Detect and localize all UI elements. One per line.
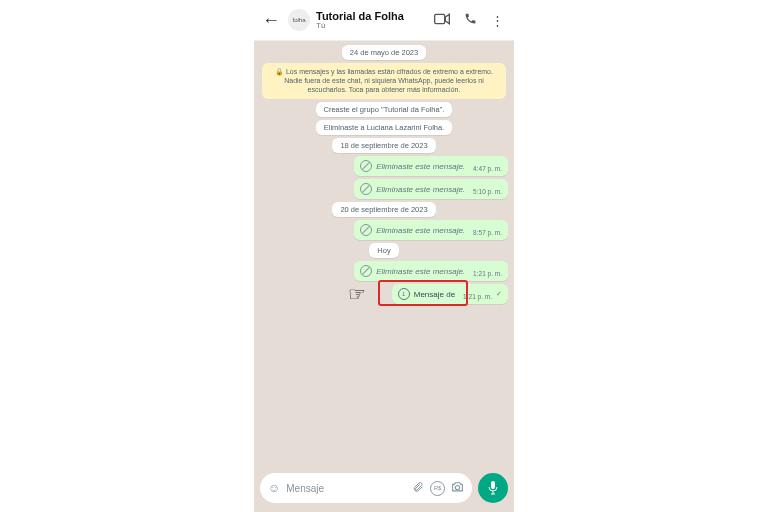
input-bar: ☺ Mensaje R$	[254, 464, 514, 512]
chat-title: Tutorial da Folha	[316, 10, 424, 22]
camera-icon[interactable]	[451, 481, 464, 495]
payment-icon[interactable]: R$	[430, 481, 445, 496]
message-time: 1:21 p. m.	[463, 293, 492, 300]
mic-button[interactable]	[478, 473, 508, 503]
annotation-pointing-hand-icon: ☞	[348, 282, 366, 306]
voice-call-icon[interactable]	[460, 12, 481, 28]
date-chip: 24 de mayo de 2023	[342, 45, 426, 60]
deleted-icon	[360, 224, 372, 236]
deleted-message-text: Eliminaste este mensaje.	[376, 226, 465, 235]
deleted-icon	[360, 265, 372, 277]
deleted-message-bubble[interactable]: Eliminaste este mensaje. 5:10 p. m.	[354, 179, 508, 199]
video-call-icon[interactable]	[430, 13, 454, 28]
encryption-notice[interactable]: 🔒 Los mensajes y las llamadas están cifr…	[262, 63, 506, 99]
deleted-icon	[360, 183, 372, 195]
message-time: 1:21 p. m.	[473, 270, 502, 277]
deleted-icon	[360, 160, 372, 172]
system-message-removed: Eliminaste a Luciana Lazarini Folha.	[316, 120, 452, 135]
svg-rect-0	[435, 14, 445, 23]
system-message-created: Creaste el grupo "Tutorial da Folha".	[316, 102, 453, 117]
date-chip: 20 de septiembre de 2023	[332, 202, 435, 217]
voice-message-label: Mensaje de	[414, 290, 455, 299]
deleted-message-text: Eliminaste este mensaje.	[376, 185, 465, 194]
date-chip-today: Hoy	[369, 243, 398, 258]
whatsapp-chat-screen: ← folha Tutorial da Folha Tú ⋮ 24 de may…	[254, 0, 514, 512]
attach-icon[interactable]	[412, 480, 424, 497]
sent-tick-icon: ✓	[496, 290, 502, 298]
message-row: Eliminaste este mensaje. 5:10 p. m.	[260, 179, 508, 199]
group-avatar[interactable]: folha	[288, 9, 310, 31]
chat-header: ← folha Tutorial da Folha Tú ⋮	[254, 0, 514, 41]
svg-rect-2	[491, 481, 495, 489]
deleted-message-text: Eliminaste este mensaje.	[376, 267, 465, 276]
deleted-message-bubble[interactable]: Eliminaste este mensaje. 8:57 p. m.	[354, 220, 508, 240]
message-row: 1 Mensaje de 1:21 p. m. ✓ ☞	[260, 284, 508, 304]
message-time: 5:10 p. m.	[473, 188, 502, 195]
message-row: Eliminaste este mensaje. 8:57 p. m.	[260, 220, 508, 240]
deleted-message-bubble[interactable]: Eliminaste este mensaje. 4:47 p. m.	[354, 156, 508, 176]
chat-body: 24 de mayo de 2023 🔒 Los mensajes y las …	[254, 41, 514, 464]
chat-subtitle: Tú	[316, 22, 424, 31]
message-row: Eliminaste este mensaje. 1:21 p. m.	[260, 261, 508, 281]
deleted-message-text: Eliminaste este mensaje.	[376, 162, 465, 171]
back-icon[interactable]: ←	[260, 8, 282, 33]
message-row: Eliminaste este mensaje. 4:47 p. m.	[260, 156, 508, 176]
svg-point-1	[455, 485, 459, 489]
play-once-icon: 1	[398, 288, 410, 300]
message-time: 4:47 p. m.	[473, 165, 502, 172]
more-options-icon[interactable]: ⋮	[487, 13, 508, 28]
date-chip: 18 de septiembre de 2023	[332, 138, 435, 153]
message-input-container[interactable]: ☺ Mensaje R$	[260, 473, 472, 503]
deleted-message-bubble[interactable]: Eliminaste este mensaje. 1:21 p. m.	[354, 261, 508, 281]
voice-message-bubble[interactable]: 1 Mensaje de 1:21 p. m. ✓	[392, 284, 508, 304]
message-time: 8:57 p. m.	[473, 229, 502, 236]
message-input[interactable]: Mensaje	[286, 483, 406, 494]
emoji-icon[interactable]: ☺	[268, 481, 280, 495]
header-title-area[interactable]: Tutorial da Folha Tú	[316, 10, 424, 31]
